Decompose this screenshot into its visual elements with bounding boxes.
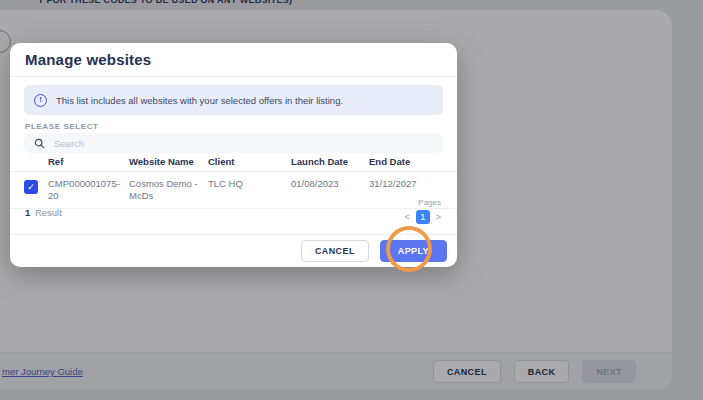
next-page-icon[interactable]: > bbox=[436, 210, 441, 224]
cell-launch-date: 01/08/2023 bbox=[291, 178, 369, 190]
header-launch-date: Launch Date bbox=[291, 156, 369, 167]
info-banner: ! This list includes all websites with y… bbox=[24, 85, 443, 115]
cell-end-date: 31/12/2027 bbox=[369, 178, 443, 190]
search-icon bbox=[34, 138, 45, 149]
result-count: 1 bbox=[25, 207, 30, 218]
pages-controls: < 1 > bbox=[404, 210, 441, 224]
header-ref: Ref bbox=[48, 156, 129, 167]
header-checkbox-spacer bbox=[24, 156, 48, 167]
info-icon: ! bbox=[34, 94, 47, 107]
search-box bbox=[24, 133, 443, 153]
header-client: Client bbox=[208, 156, 291, 167]
info-banner-text: This list includes all websites with you… bbox=[56, 95, 343, 106]
pagination: Pages < 1 > bbox=[404, 198, 441, 224]
manage-websites-modal: Manage websites ! This list includes all… bbox=[10, 43, 457, 267]
results-bar: 1 Result Pages < 1 > bbox=[25, 198, 441, 224]
title-divider bbox=[10, 76, 457, 77]
modal-title: Manage websites bbox=[25, 51, 151, 68]
header-website-name: Website Name bbox=[129, 156, 208, 167]
cell-client: TLC HQ bbox=[208, 178, 291, 190]
modal-cancel-button[interactable]: CANCEL bbox=[301, 240, 369, 262]
screen: mer Journey Guide CANCEL BACK NEXT T FOR… bbox=[0, 0, 703, 400]
page-number-button[interactable]: 1 bbox=[416, 210, 430, 224]
row-checkbox[interactable]: ✓ bbox=[24, 180, 38, 194]
search-input[interactable] bbox=[54, 138, 443, 149]
table-header-row: Ref Website Name Client Launch Date End … bbox=[10, 156, 457, 172]
header-end-date: End Date bbox=[369, 156, 443, 167]
prev-page-icon[interactable]: < bbox=[404, 210, 409, 224]
result-count-text: 1 Result bbox=[25, 207, 62, 224]
modal-apply-button[interactable]: APPLY bbox=[380, 240, 447, 262]
pages-label: Pages bbox=[418, 198, 441, 207]
modal-footer: CANCEL APPLY bbox=[10, 234, 457, 267]
please-select-label: PLEASE SELECT bbox=[25, 122, 99, 131]
row-checkbox-cell: ✓ bbox=[24, 178, 48, 194]
result-label: Result bbox=[32, 207, 62, 218]
